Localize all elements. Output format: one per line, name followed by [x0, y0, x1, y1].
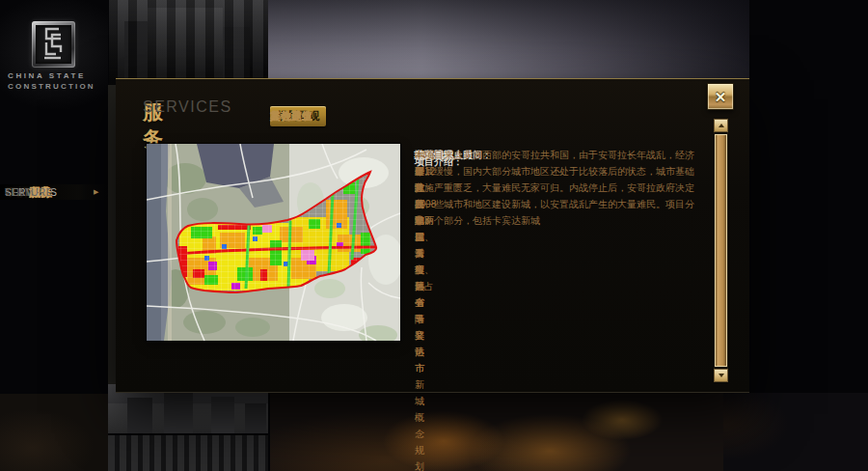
brand-block: CHINA STATE CONSTRUCTION [0, 0, 108, 125]
page-root: CHINA STATE CONSTRUCTION 了解我们 ABOUT 动态 D… [0, 0, 868, 471]
land-use-map-image [147, 144, 400, 341]
background-shade [109, 0, 268, 85]
close-icon: ✕ [715, 90, 727, 104]
scroll-down-arrow-icon [719, 374, 724, 377]
background-bottom-left [0, 394, 108, 471]
tab-other-buildings[interactable]: 其他建筑 [270, 106, 312, 126]
details-scrollbar[interactable] [714, 119, 728, 382]
scrollbar-thumb[interactable] [715, 134, 727, 367]
cscec-logo-glyph [32, 21, 75, 68]
cscec-logo-icon[interactable] [32, 21, 75, 68]
background-bottom-right [723, 393, 868, 471]
background-gradient-top [268, 0, 749, 78]
background-towers [164, 390, 193, 433]
background-photo-buildings [109, 0, 268, 85]
panel-title-en: SERVICES [143, 98, 232, 116]
nav-en-label: CULTURE [5, 187, 53, 198]
background-city-lights [270, 393, 723, 471]
sidebar-item-culture[interactable]: 文化 CULTURE [0, 184, 108, 200]
brand-name-line2: CONSTRUCTION [8, 82, 108, 91]
services-panel: 服务 SERVICES 规划景观 办公商业 文教卫生 居住建筑 其他建筑 ✕ [116, 78, 749, 393]
intro-text: 本项目来自非洲西部的安哥拉共和国，由于安哥拉长年战乱，经济发展缓慢，国内大部分城… [415, 147, 702, 229]
scroll-down-button[interactable] [714, 369, 728, 382]
close-button[interactable]: ✕ [707, 83, 734, 110]
scroll-up-arrow-icon [719, 124, 724, 127]
background-photo-facade [108, 435, 268, 471]
sidebar-nav: 了解我们 ABOUT 动态 DYNAMIC 工作 WORKS 服务 SERVIC… [0, 184, 108, 281]
project-map-thumbnail [147, 144, 400, 341]
scroll-up-button[interactable] [714, 119, 728, 132]
background-photo-sliver [108, 85, 116, 394]
brand-name-line1: CHINA STATE [8, 71, 102, 80]
background-gradient-right [749, 44, 868, 430]
